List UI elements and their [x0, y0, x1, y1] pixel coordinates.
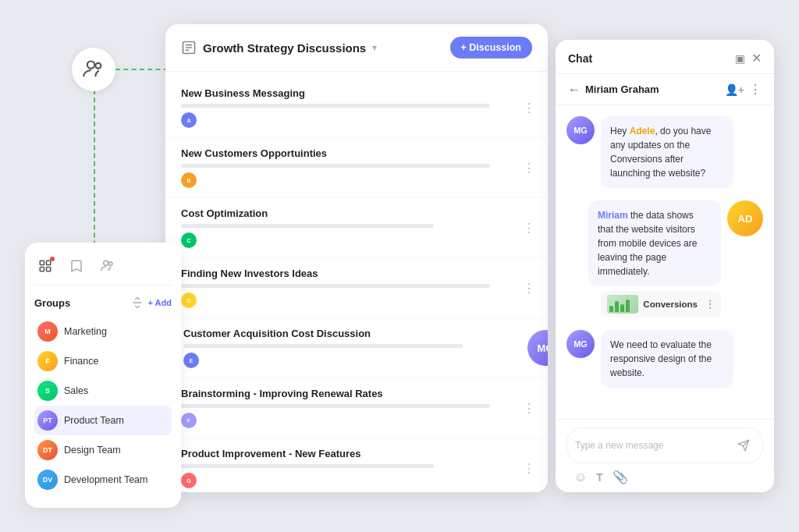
person-icon	[72, 48, 115, 91]
discussion-item-7[interactable]: Product Improvement - New Features G ⋮	[165, 438, 548, 492]
message-avatar-1: MG	[566, 116, 595, 144]
chat-user-info: ← Miriam Graham	[568, 83, 659, 97]
message-row-3: MG We need to evaluate the responsive de…	[566, 330, 763, 388]
message-row-2: AD Miriam the data shows that the websit…	[566, 200, 763, 317]
svg-rect-2	[40, 261, 44, 264]
sidebar-item-finance[interactable]: F Finance	[34, 346, 172, 376]
message-avatar-2: AD	[727, 200, 763, 236]
layout-icon[interactable]: ▣	[735, 52, 745, 65]
more-icon-3[interactable]: ⋮	[523, 221, 535, 236]
dev-label: Development Team	[64, 474, 147, 485]
discussion-title-7: Product Improvement - New Features	[181, 448, 532, 459]
chat-input[interactable]: Type a new message	[575, 440, 733, 451]
svg-point-6	[104, 261, 108, 265]
conversions-label: Conversions	[643, 300, 698, 309]
message-bubble-1: Hey Adele, do you have any updates on th…	[601, 116, 733, 188]
send-button[interactable]	[733, 434, 755, 456]
new-discussion-button[interactable]: + Discussion	[450, 37, 532, 59]
chat-actions: 👤+ ⋮	[725, 82, 762, 97]
conversions-thumbnail	[607, 295, 638, 314]
discussion-title-2: New Customers Opportuinties	[181, 147, 532, 159]
main-container: Groups + Add M Marketing F Finance S Sal…	[25, 24, 774, 508]
bar-5a	[183, 344, 463, 348]
discussion-item-3[interactable]: Cost Optimization C ⋮	[165, 198, 548, 258]
sidebar-item-sales[interactable]: S Sales	[34, 376, 172, 406]
discussion-avatar-3: C	[181, 232, 197, 248]
svg-rect-3	[47, 261, 51, 264]
conversions-tag[interactable]: Conversions ⋮	[601, 291, 721, 317]
chevron-down-icon[interactable]: ▾	[372, 42, 377, 53]
message-bubble-3: We need to evaluate the responsive desig…	[601, 330, 733, 388]
svg-point-7	[109, 262, 113, 266]
chat-footer: Type a new message ☺ T 📎	[556, 419, 774, 492]
discussion-title-3: Cost Optimization	[181, 207, 532, 219]
svg-rect-5	[47, 268, 51, 271]
message-row-1: MG Hey Adele, do you have any updates on…	[566, 116, 763, 188]
meta-3: C	[181, 232, 532, 248]
sidebar-item-product[interactable]: PT Product Team	[34, 406, 172, 435]
discussion-title-1: New Business Messaging	[181, 87, 532, 99]
message-avatar-3: MG	[566, 330, 595, 358]
dev-avatar: DV	[37, 470, 58, 490]
finance-label: Finance	[64, 356, 98, 367]
dashed-vertical-line	[94, 90, 95, 261]
add-group-button[interactable]: + Add	[148, 298, 172, 307]
panel-title-area: Growth Strategy Discussions ▾	[181, 40, 377, 55]
groups-title: Groups	[34, 297, 70, 309]
discussion-avatar-7: G	[181, 473, 197, 488]
sales-avatar: S	[37, 381, 58, 401]
more-options-icon[interactable]: ⋮	[749, 82, 762, 97]
sales-label: Sales	[64, 385, 88, 396]
chat-messages: MG Hey Adele, do you have any updates on…	[556, 105, 774, 419]
large-avatar-area-5: MG	[527, 330, 548, 366]
chat-input-area[interactable]: Type a new message	[566, 427, 763, 463]
svg-rect-4	[40, 268, 44, 271]
more-icon-4[interactable]: ⋮	[523, 281, 535, 296]
add-user-icon[interactable]: 👤+	[725, 83, 744, 96]
bar-6a	[181, 404, 490, 408]
discussion-avatar-4: D	[181, 293, 197, 308]
bar-a	[609, 306, 613, 312]
more-icon-6[interactable]: ⋮	[523, 401, 535, 416]
groups-header: Groups + Add	[34, 296, 172, 309]
discussion-item-4[interactable]: Finding New Investors Ideas D ⋮	[165, 258, 548, 318]
chat-sub-header: ← Miriam Graham 👤+ ⋮	[556, 74, 774, 105]
layers-tab[interactable]	[34, 255, 56, 277]
meta-4: D	[181, 293, 532, 308]
sidebar-item-dev[interactable]: DV Development Team	[34, 465, 172, 495]
sort-icon[interactable]	[131, 296, 144, 309]
panel-icon	[181, 40, 197, 55]
users-tab[interactable]	[97, 255, 119, 277]
close-icon[interactable]: ✕	[751, 51, 762, 66]
message-content-2: Miriam the data shows that the website v…	[588, 200, 721, 317]
meta-6: F	[181, 413, 532, 428]
emoji-icon[interactable]: ☺	[574, 470, 587, 484]
discussion-avatar-5: E	[183, 353, 199, 368]
chat-user-name: Miriam Graham	[585, 83, 659, 95]
tag-more-icon[interactable]: ⋮	[705, 299, 715, 310]
more-icon-2[interactable]: ⋮	[523, 161, 535, 176]
discussion-item-1[interactable]: New Business Messaging A ⋮	[165, 78, 548, 138]
meta-1: A	[181, 112, 532, 128]
bar-b	[615, 301, 619, 312]
text-format-icon[interactable]: T	[596, 471, 603, 484]
more-icon-7[interactable]: ⋮	[523, 461, 535, 476]
bar-2a	[181, 164, 490, 168]
marketing-avatar: M	[37, 321, 58, 342]
center-panel: Growth Strategy Discussions ▾ + Discussi…	[165, 24, 548, 492]
discussion-avatar-6: F	[181, 413, 197, 428]
discussion-list: New Business Messaging A ⋮ New Customers…	[165, 72, 548, 492]
more-icon-1[interactable]: ⋮	[523, 101, 535, 115]
bookmark-tab[interactable]	[66, 255, 87, 277]
discussion-item-5[interactable]: Customer Acquisition Cost Discussion E M…	[165, 318, 548, 378]
attachment-icon[interactable]: 📎	[613, 470, 628, 484]
sidebar-item-design[interactable]: DT Design Team	[34, 435, 172, 465]
groups-controls: + Add	[131, 296, 172, 309]
product-label: Product Team	[64, 415, 124, 426]
sidebar-item-marketing[interactable]: M Marketing	[34, 317, 172, 346]
discussion-item-6[interactable]: Brainstorming - Improving Renewal Rates …	[165, 378, 548, 438]
chat-title: Chat	[568, 52, 592, 65]
message-bubble-2: Miriam the data shows that the website v…	[588, 200, 721, 286]
back-button[interactable]: ←	[568, 83, 581, 97]
discussion-item-2[interactable]: New Customers Opportuinties B ⋮	[165, 138, 548, 198]
